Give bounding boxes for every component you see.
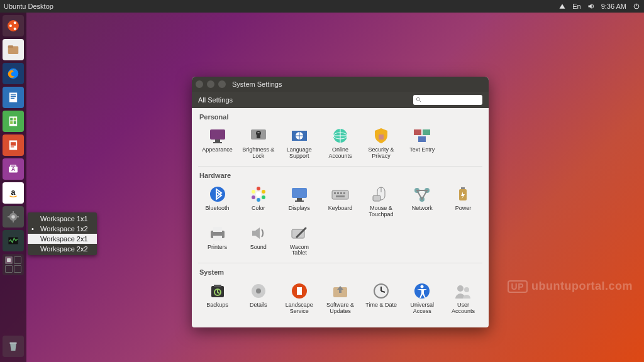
language-indicator[interactable]: En	[572, 3, 580, 10]
item-backups[interactable]: Backups	[197, 278, 238, 317]
settings-launcher-icon[interactable]	[3, 206, 24, 228]
ws-menu-item-1x2[interactable]: Workspace 1x2	[28, 224, 97, 234]
search-input[interactable]	[422, 97, 479, 104]
item-brightness-lock[interactable]: Brightness & Lock	[238, 123, 279, 162]
svg-rect-44	[423, 129, 430, 135]
svg-point-91	[457, 285, 464, 292]
session-indicator-icon[interactable]	[633, 3, 640, 10]
svg-point-2	[9, 25, 12, 27]
close-icon[interactable]	[196, 80, 203, 88]
launcher: A a	[0, 13, 26, 362]
svg-rect-30	[10, 343, 17, 344]
grid-system: Backups Details Landscape Service Softwa…	[192, 276, 489, 321]
svg-rect-19	[11, 146, 14, 147]
maximize-icon[interactable]	[218, 80, 226, 88]
amazon-icon[interactable]: a	[3, 182, 24, 204]
item-landscape-service[interactable]: Landscape Service	[279, 278, 319, 317]
item-user-accounts[interactable]: User Accounts	[443, 278, 484, 317]
system-monitor-icon[interactable]	[3, 230, 24, 251]
svg-rect-6	[8, 45, 13, 48]
item-network[interactable]: Network	[402, 182, 443, 221]
svg-rect-43	[414, 129, 421, 135]
sound-indicator-icon[interactable]	[587, 3, 595, 10]
firefox-icon[interactable]	[3, 63, 24, 84]
section-system-title: System	[192, 263, 489, 276]
trash-icon[interactable]	[3, 336, 24, 357]
svg-rect-18	[11, 142, 16, 146]
item-details[interactable]: Details	[238, 278, 279, 317]
item-appearance[interactable]: Appearance	[197, 123, 238, 162]
item-online-accounts[interactable]: Online Accounts	[319, 123, 360, 162]
software-icon[interactable]: A	[3, 158, 24, 180]
svg-rect-60	[340, 192, 342, 194]
svg-point-47	[256, 192, 261, 197]
top-panel: Ubuntu Desktop En 9:36 AM	[0, 0, 644, 13]
breadcrumb[interactable]: All Settings	[198, 96, 233, 104]
svg-point-49	[262, 190, 265, 194]
section-hardware-title: Hardware	[192, 167, 489, 179]
ws-menu-item-2x1[interactable]: Workspace 2x1	[28, 234, 97, 244]
toolbar: All Settings	[192, 92, 489, 108]
svg-rect-59	[337, 192, 339, 194]
svg-rect-57	[332, 190, 348, 199]
item-security-privacy[interactable]: Security & Privacy	[361, 123, 402, 162]
svg-rect-74	[213, 236, 222, 241]
svg-line-32	[419, 101, 421, 102]
item-sound[interactable]: Sound	[238, 221, 279, 260]
svg-rect-65	[373, 195, 380, 201]
svg-point-51	[257, 198, 260, 202]
item-color[interactable]: Color	[238, 182, 279, 221]
svg-rect-55	[297, 198, 302, 200]
svg-rect-11	[11, 98, 14, 99]
system-settings-window: System Settings All Settings Personal Ap…	[192, 77, 489, 327]
svg-text:A: A	[11, 167, 15, 172]
network-indicator-icon[interactable]	[558, 3, 566, 10]
search-box[interactable]	[413, 95, 482, 105]
clock[interactable]: 9:36 AM	[601, 3, 626, 10]
watermark-text: ubuntuportal.com	[531, 280, 633, 293]
item-universal-access[interactable]: Universal Access	[402, 278, 443, 317]
svg-point-1	[8, 20, 19, 31]
calc-icon[interactable]	[3, 111, 24, 132]
item-power[interactable]: Power	[443, 182, 484, 221]
writer-icon[interactable]	[3, 87, 24, 108]
workspace-context-menu: Workspace 1x1 Workspace 1x2 Workspace 2x…	[28, 212, 97, 255]
svg-rect-34	[215, 140, 220, 142]
item-wacom-tablet[interactable]: Wacom Tablet	[279, 221, 319, 260]
grid-hardware: Bluetooth Color Displays Keyboard Mouse …	[192, 179, 489, 263]
svg-point-3	[14, 21, 16, 24]
item-keyboard[interactable]: Keyboard	[319, 182, 360, 221]
search-icon	[416, 97, 422, 103]
item-time-date[interactable]: Time & Date	[361, 278, 402, 317]
svg-rect-16	[14, 121, 16, 124]
svg-point-48	[257, 187, 260, 190]
svg-rect-62	[336, 195, 345, 197]
minimize-icon[interactable]	[207, 80, 214, 88]
ws-menu-item-2x2[interactable]: Workspace 2x2	[28, 244, 97, 254]
svg-point-50	[262, 195, 265, 199]
ws-menu-item-1x1[interactable]: Workspace 1x1	[28, 214, 97, 224]
svg-text:a: a	[11, 188, 16, 197]
svg-rect-70	[461, 187, 465, 189]
item-displays[interactable]: Displays	[279, 182, 319, 221]
svg-point-52	[252, 195, 255, 199]
item-software-updates[interactable]: Software & Updates	[319, 278, 360, 317]
titlebar[interactable]: System Settings	[192, 77, 489, 92]
svg-rect-10	[11, 96, 16, 97]
impress-icon[interactable]	[3, 134, 24, 156]
svg-point-53	[252, 190, 255, 194]
workspace-switcher-icon[interactable]	[3, 254, 24, 275]
item-printers[interactable]: Printers	[197, 221, 238, 260]
svg-point-90	[421, 285, 424, 288]
item-bluetooth[interactable]: Bluetooth	[197, 182, 238, 221]
svg-rect-14	[14, 118, 16, 121]
item-language-support[interactable]: Language Support	[279, 123, 319, 162]
svg-rect-85	[339, 289, 341, 293]
dash-icon[interactable]	[3, 15, 24, 36]
svg-rect-8	[9, 92, 17, 102]
files-icon[interactable]	[3, 39, 24, 60]
svg-point-92	[464, 287, 469, 292]
svg-rect-54	[292, 188, 307, 198]
item-text-entry[interactable]: Text Entry	[402, 123, 443, 162]
item-mouse-touchpad[interactable]: Mouse & Touchpad	[361, 182, 402, 221]
